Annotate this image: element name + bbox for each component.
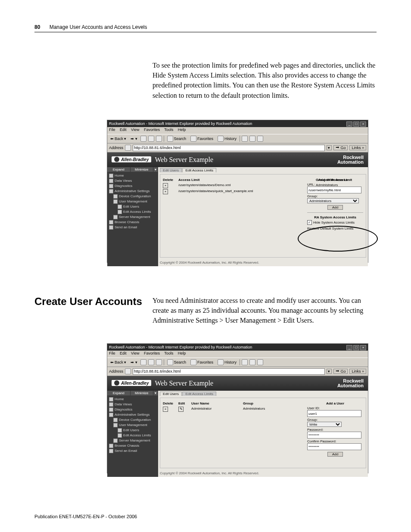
sidebar-item-home[interactable]: Home [109, 397, 156, 402]
menu-help[interactable]: Help [178, 128, 186, 132]
print-icon[interactable] [249, 136, 255, 142]
home-icon[interactable] [156, 359, 162, 365]
refresh-icon[interactable] [148, 359, 154, 365]
confirm-password-input[interactable] [307, 443, 361, 450]
close-icon[interactable]: × [360, 345, 366, 350]
go-button[interactable]: ⮕ Go [333, 369, 348, 374]
page-icon [118, 428, 122, 432]
stop-icon[interactable] [140, 136, 146, 142]
maximize-icon[interactable]: □ [353, 121, 359, 127]
sidebar-minimize[interactable]: Minimize [131, 391, 154, 395]
search-button[interactable]: Search [166, 136, 188, 142]
sidebar-item-browsechassis[interactable]: Browse Chassis [109, 220, 156, 225]
menu-favorites[interactable]: Favorites [144, 128, 160, 132]
tab-editusers[interactable]: Edit Users [160, 168, 182, 172]
address-input[interactable] [133, 368, 325, 375]
panel-title: Add an Access Limit [307, 178, 363, 182]
tab-editusers[interactable]: Edit Users [160, 392, 182, 396]
sidebar-item-diagnostics[interactable]: Diagnostics [109, 184, 156, 189]
password-input[interactable] [307, 432, 361, 439]
page-icon [109, 444, 113, 448]
sidebar-item-usermgmt[interactable]: User Management [109, 199, 156, 204]
refresh-icon[interactable] [148, 136, 154, 142]
menu-view[interactable]: View [131, 351, 139, 355]
edit-button[interactable]: ✎ [178, 407, 184, 412]
hide-system-row[interactable]: ✓Hide System Access Limits [307, 220, 363, 225]
sidebar-item-admin[interactable]: Administrative Settings [109, 189, 156, 194]
sidebar-item-servermgmt[interactable]: Server Management [109, 215, 156, 220]
sidebar-item-editusers[interactable]: Edit Users [109, 428, 156, 433]
tab-editaccesslimits[interactable]: Edit Access Limits [182, 168, 216, 172]
nav-tree: Home Data Views Diagnostics Administrati… [107, 395, 158, 455]
menu-view[interactable]: View [131, 128, 139, 132]
sidebar-item-home[interactable]: Home [109, 173, 156, 178]
checkbox-icon[interactable]: ✓ [307, 220, 312, 225]
go-button[interactable]: ⮕ Go [333, 145, 348, 150]
stop-icon[interactable] [140, 359, 146, 365]
group-select[interactable]: Write [307, 422, 342, 427]
menu-file[interactable]: File [109, 351, 115, 355]
address-input[interactable] [133, 145, 325, 151]
sidebar-expand[interactable]: Expand [107, 391, 131, 395]
add-button[interactable]: Add [327, 205, 343, 210]
sidebar-item-sendemail[interactable]: Send an Email [109, 225, 156, 230]
sidebar-item-servermgmt[interactable]: Server Management [109, 438, 156, 443]
menu-favorites[interactable]: Favorites [144, 351, 160, 355]
mail-icon[interactable] [242, 359, 248, 365]
url-input[interactable] [307, 187, 361, 193]
minimize-icon[interactable]: _ [346, 345, 352, 350]
menu-tools[interactable]: Tools [164, 351, 173, 355]
print-icon[interactable] [249, 359, 255, 365]
sidebar-item-diagnostics[interactable]: Diagnostics [109, 407, 156, 412]
sidebar-expand[interactable]: Expand [107, 167, 131, 172]
sidebar-item-deviceconfig[interactable]: Device Configuration [109, 417, 156, 423]
sidebar-item-sendemail[interactable]: Send an Email [109, 448, 156, 454]
sidebar-item-browsechassis[interactable]: Browse Chassis [109, 443, 156, 448]
address-dropdown-icon[interactable]: ▾ [327, 145, 332, 150]
tab-editaccesslimits[interactable]: Edit Access Limits [182, 392, 216, 396]
userid-input[interactable] [307, 410, 361, 417]
delete-button[interactable]: × [163, 189, 168, 194]
sidebar-item-deviceconfig[interactable]: Device Configuration [109, 194, 156, 199]
favorites-button[interactable]: Favorites [189, 136, 215, 142]
menu-edit[interactable]: Edit [120, 128, 127, 132]
favorites-button[interactable]: Favorites [189, 359, 215, 365]
sidebar-item-editaccess[interactable]: Edit Access Limits [109, 433, 156, 438]
links-button[interactable]: Links » [349, 369, 366, 374]
menu-help[interactable]: Help [178, 351, 186, 355]
home-icon[interactable] [156, 136, 162, 142]
forward-button[interactable]: ➡ ▾ [129, 137, 139, 141]
close-icon[interactable]: × [360, 121, 366, 127]
edit-icon[interactable] [257, 136, 263, 142]
menu-tools[interactable]: Tools [164, 128, 173, 132]
sidebar-collapse-icon[interactable]: ▾ [153, 167, 158, 172]
back-button[interactable]: ⬅Back ▾ [109, 360, 128, 364]
menu-edit[interactable]: Edit [120, 351, 127, 355]
sidebar-item-dataviews[interactable]: Data Views [109, 178, 156, 184]
history-button[interactable]: History [216, 359, 238, 365]
password-label: Password: [307, 428, 323, 432]
sidebar-item-editaccess[interactable]: Edit Access Limits [109, 209, 156, 215]
sidebar-item-editusers[interactable]: Edit Users [109, 204, 156, 209]
links-button[interactable]: Links » [349, 145, 366, 150]
sidebar-item-usermgmt[interactable]: User Management [109, 423, 156, 428]
group-select[interactable]: Administrators [307, 198, 359, 203]
sidebar-collapse-icon[interactable]: ▾ [153, 391, 158, 395]
delete-button[interactable]: × [163, 183, 168, 188]
forward-button[interactable]: ➡ ▾ [129, 360, 139, 364]
edit-icon[interactable] [257, 359, 263, 365]
address-dropdown-icon[interactable]: ▾ [327, 369, 332, 374]
search-button[interactable]: Search [166, 359, 188, 365]
menu-file[interactable]: File [109, 128, 115, 132]
delete-button[interactable]: × [163, 407, 168, 412]
sidebar-item-admin[interactable]: Administrative Settings [109, 412, 156, 417]
sidebar-item-dataviews[interactable]: Data Views [109, 402, 156, 407]
history-button[interactable]: History [216, 136, 238, 142]
restore-system-link[interactable]: Restore Default System Limits [307, 227, 363, 230]
add-button[interactable]: Add [327, 452, 343, 457]
mail-icon[interactable] [242, 136, 248, 142]
maximize-icon[interactable]: □ [353, 345, 359, 350]
sidebar-minimize[interactable]: Minimize [131, 167, 154, 172]
back-button[interactable]: ⬅Back ▾ [109, 137, 128, 141]
minimize-icon[interactable]: _ [346, 121, 352, 127]
